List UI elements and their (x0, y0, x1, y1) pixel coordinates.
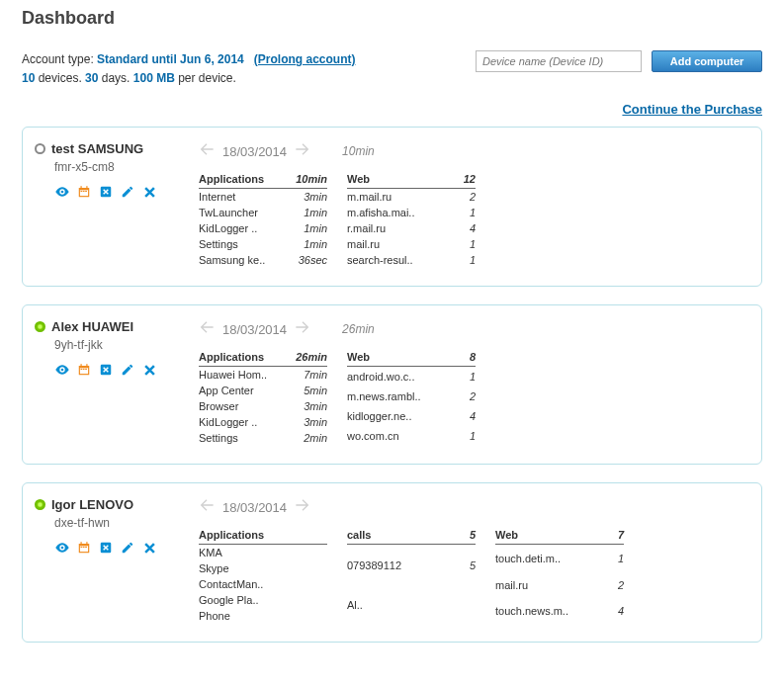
page-title: Dashboard (22, 8, 762, 29)
row-value: 1min (286, 205, 327, 220)
view-icon[interactable] (54, 362, 70, 378)
devices-count: 10 (22, 71, 35, 85)
data-table: Web 7 touch.deti.m.. 1 mail.ru 2 touch.n… (495, 527, 624, 624)
row-value: 2min (287, 430, 327, 446)
table-row: TwLauncher 1min (199, 205, 327, 220)
svg-rect-19 (86, 543, 87, 546)
action-icons (54, 540, 183, 556)
row-value: 5min (287, 383, 327, 398)
edit-icon[interactable] (120, 540, 135, 556)
add-computer-button[interactable]: Add computer (652, 50, 762, 72)
action-icons (54, 362, 183, 378)
row-name: mail.ru (347, 236, 456, 252)
account-type-label: Account type: (22, 52, 94, 66)
table-row: touch.deti.m.. 1 (495, 545, 624, 571)
row-value: 1min (286, 220, 327, 236)
row-value: 4 (466, 406, 476, 426)
calendar-icon[interactable] (76, 362, 92, 378)
table-header: Applications (199, 171, 286, 189)
account-info: Account type: Standard until Jun 6, 2014… (22, 50, 355, 88)
svg-rect-14 (85, 369, 87, 370)
row-value: 2 (466, 386, 476, 406)
row-name: android.wo.c.. (347, 367, 466, 387)
view-icon[interactable] (54, 540, 70, 556)
row-name: Huawei Hom.. (199, 367, 287, 384)
table-header-total: 8 (466, 349, 476, 367)
delete-icon[interactable] (98, 362, 114, 378)
calendar-icon[interactable] (76, 540, 92, 556)
table-header-total: 5 (463, 527, 476, 545)
table-row: Phone (199, 608, 327, 624)
close-icon[interactable] (141, 184, 157, 200)
table-row: r.mail.ru 4 (347, 220, 476, 236)
row-name: KidLogger .. (199, 220, 286, 236)
device-name: Alex HUAWEI (51, 319, 133, 334)
table-row: Google Pla.. (199, 592, 327, 608)
table-row: android.wo.c.. 1 (347, 367, 476, 387)
row-value: 2 (456, 189, 476, 206)
date-label: 18/03/2014 (222, 500, 287, 515)
prev-arrow-icon[interactable] (199, 141, 215, 161)
account-type-value: Standard until Jun 6, 2014 (97, 52, 244, 66)
svg-rect-12 (81, 369, 83, 370)
row-name: touch.news.m.. (495, 598, 614, 625)
next-arrow-icon[interactable] (295, 497, 310, 517)
row-name: wo.com.cn (347, 426, 466, 446)
next-arrow-icon[interactable] (295, 141, 310, 161)
total-time: 10min (342, 144, 375, 158)
row-name: ContactMan.. (199, 576, 327, 592)
row-name: search-resul.. (347, 252, 456, 268)
data-table: Web 12 m.mail.ru 2 m.afisha.mai.. 1 r.ma… (347, 171, 476, 268)
device-search-input[interactable] (476, 50, 642, 72)
prev-arrow-icon[interactable] (199, 319, 215, 339)
svg-rect-5 (83, 191, 85, 192)
svg-rect-11 (86, 365, 87, 368)
row-name: App Center (199, 383, 287, 398)
delete-icon[interactable] (98, 184, 114, 200)
row-value: 7min (287, 367, 327, 384)
next-arrow-icon[interactable] (295, 319, 310, 339)
table-header: Web (495, 527, 614, 545)
close-icon[interactable] (141, 362, 157, 378)
total-time: 26min (342, 322, 375, 336)
row-value: 1 (466, 367, 476, 387)
svg-rect-18 (81, 543, 82, 546)
table-row: mail.ru 1 (347, 236, 476, 252)
row-name: touch.deti.m.. (495, 545, 614, 571)
calendar-icon[interactable] (76, 184, 92, 200)
delete-icon[interactable] (98, 540, 114, 556)
svg-rect-10 (81, 365, 82, 368)
row-name: 079389112 (347, 545, 463, 585)
data-table: Web 8 android.wo.c.. 1 m.news.rambl.. 2 … (347, 349, 476, 446)
device-card: Igor LENOVO dxe-tf-hwn 18/03/2014 Applic… (22, 482, 762, 643)
table-row: touch.news.m.. 4 (495, 598, 624, 625)
row-value: 5 (463, 545, 476, 585)
edit-icon[interactable] (120, 362, 135, 378)
table-row: m.mail.ru 2 (347, 189, 476, 206)
table-header: calls (347, 527, 463, 545)
row-name: Samsung ke.. (199, 252, 286, 268)
table-header-total: 12 (456, 171, 476, 189)
continue-purchase-link[interactable]: Continue the Purchase (622, 102, 762, 117)
row-name: Phone (199, 608, 327, 624)
view-icon[interactable] (54, 184, 70, 200)
close-icon[interactable] (141, 540, 157, 556)
data-table: Applications 10min Internet 3min TwLaunc… (199, 171, 327, 268)
table-header-total: 10min (286, 171, 327, 189)
row-value: 36sec (286, 252, 327, 268)
row-value: 2 (614, 571, 624, 598)
prolong-account-link[interactable]: (Prolong account) (254, 52, 356, 66)
row-name: Browser (199, 398, 287, 414)
table-row: KidLogger .. 3min (199, 414, 327, 430)
table-header: Web (347, 171, 456, 189)
data-table: Applications 26min Huawei Hom.. 7min App… (199, 349, 327, 446)
prev-arrow-icon[interactable] (199, 497, 215, 517)
status-bullet-icon (35, 499, 45, 510)
svg-rect-2 (81, 187, 82, 190)
edit-icon[interactable] (120, 184, 135, 200)
svg-rect-13 (83, 369, 85, 370)
table-row: kidlogger.ne.. 4 (347, 406, 476, 426)
svg-rect-3 (86, 187, 87, 190)
table-row: m.news.rambl.. 2 (347, 386, 476, 406)
row-name: Al.. (347, 585, 463, 625)
